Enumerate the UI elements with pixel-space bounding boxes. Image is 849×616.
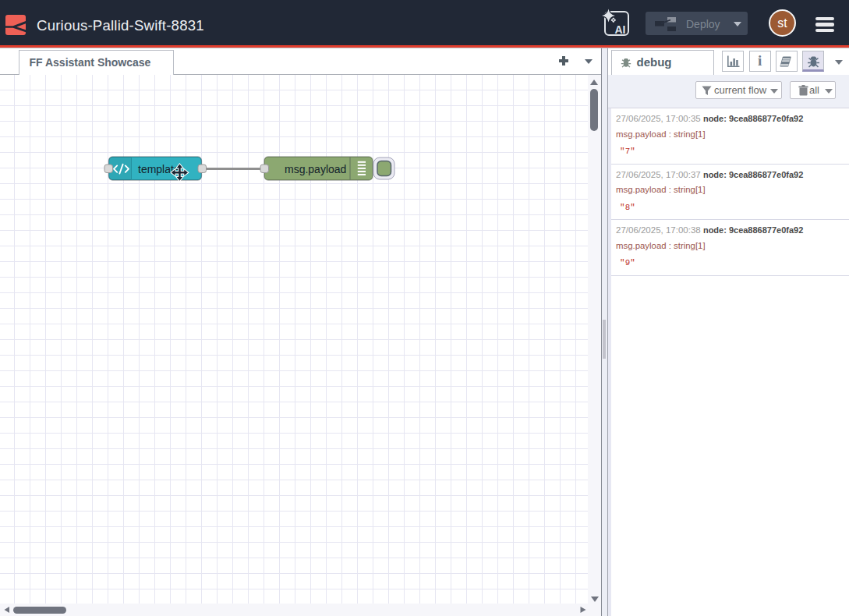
svg-text:AI: AI bbox=[615, 23, 626, 36]
svg-text:msg.payload: msg.payload bbox=[285, 163, 346, 175]
